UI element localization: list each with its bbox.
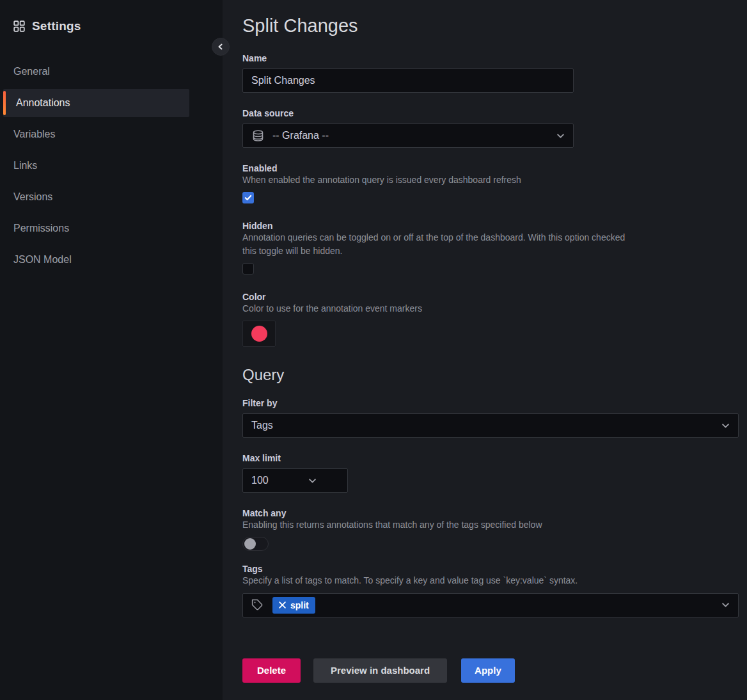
color-label: Color xyxy=(242,292,747,302)
sidebar-item-variables[interactable]: Variables xyxy=(0,120,189,148)
sidebar-item-links[interactable]: Links xyxy=(0,152,189,180)
max-limit-select[interactable]: 100 xyxy=(242,468,348,493)
chevron-left-icon xyxy=(217,44,224,50)
data-source-label: Data source xyxy=(242,108,747,118)
collapse-sidebar-button[interactable] xyxy=(212,38,230,56)
sidebar-item-annotations[interactable]: Annotations xyxy=(3,89,189,117)
checkmark-icon xyxy=(244,194,252,202)
tag-chip-split[interactable]: split xyxy=(272,597,315,614)
toggle-knob xyxy=(244,538,256,550)
filter-by-select[interactable]: Tags xyxy=(242,413,739,438)
max-limit-value: 100 xyxy=(251,475,269,486)
enabled-description: When enabled the annotation query is iss… xyxy=(242,173,747,186)
enabled-label: Enabled xyxy=(242,163,747,173)
match-any-toggle[interactable] xyxy=(242,537,269,551)
data-source-field-group: Data source -- Grafana -- xyxy=(242,108,747,148)
database-icon xyxy=(251,129,265,143)
max-limit-field-group: Max limit 100 xyxy=(242,453,747,493)
name-label: Name xyxy=(242,53,747,63)
sidebar-title: Settings xyxy=(32,19,81,33)
tags-input[interactable]: split xyxy=(242,593,739,617)
annotation-editor: Split Changes Name Data source -- Grafan… xyxy=(223,0,747,700)
tags-label: Tags xyxy=(242,564,747,574)
filter-by-value: Tags xyxy=(251,420,273,431)
chevron-down-icon xyxy=(721,601,730,609)
sidebar-item-versions[interactable]: Versions xyxy=(0,183,189,211)
annotation-color-swatch xyxy=(251,326,267,342)
tags-field-group: Tags Specify a list of tags to match. To… xyxy=(242,564,747,617)
filter-by-field-group: Filter by Tags xyxy=(242,398,747,438)
settings-sidebar: Settings General Annotations Variables L… xyxy=(0,0,223,700)
hidden-field-group: Hidden Annotation queries can be toggled… xyxy=(242,221,747,274)
data-source-value: -- Grafana -- xyxy=(272,130,329,141)
max-limit-label: Max limit xyxy=(242,453,747,463)
sidebar-item-general[interactable]: General xyxy=(0,58,189,86)
sidebar-item-permissions[interactable]: Permissions xyxy=(0,214,189,243)
preview-in-dashboard-button[interactable]: Preview in dashboard xyxy=(313,658,447,683)
hidden-label: Hidden xyxy=(242,221,747,231)
data-source-select[interactable]: -- Grafana -- xyxy=(242,123,574,148)
color-description: Color to use for the annotation event ma… xyxy=(242,302,747,315)
tags-description: Specify a list of tags to match. To spec… xyxy=(242,574,747,587)
page-title: Split Changes xyxy=(242,15,747,36)
delete-button[interactable]: Delete xyxy=(242,658,301,683)
chevron-down-icon xyxy=(721,422,730,430)
remove-tag-icon[interactable] xyxy=(279,601,286,609)
settings-nav: General Annotations Variables Links Vers… xyxy=(0,58,223,274)
color-field-group: Color Color to use for the annotation ev… xyxy=(242,292,747,347)
hidden-checkbox[interactable] xyxy=(242,263,254,274)
enabled-checkbox[interactable] xyxy=(242,192,254,203)
action-buttons: Delete Preview in dashboard Apply xyxy=(242,658,747,683)
sidebar-item-json-model[interactable]: JSON Model xyxy=(0,246,189,274)
query-section-title: Query xyxy=(242,366,747,384)
match-any-field-group: Match any Enabling this returns annotati… xyxy=(242,508,747,551)
apps-grid-icon xyxy=(13,20,25,32)
name-field-group: Name xyxy=(242,53,747,93)
settings-screen: Settings General Annotations Variables L… xyxy=(0,0,747,700)
enabled-field-group: Enabled When enabled the annotation quer… xyxy=(242,163,747,203)
apply-button[interactable]: Apply xyxy=(461,658,515,683)
match-any-label: Match any xyxy=(242,508,747,518)
chevron-down-icon xyxy=(556,132,565,140)
chevron-down-icon xyxy=(308,477,317,485)
match-any-description: Enabling this returns annotations that m… xyxy=(242,518,747,531)
filter-by-label: Filter by xyxy=(242,398,747,408)
name-input[interactable] xyxy=(242,68,574,93)
tag-icon xyxy=(251,599,263,611)
hidden-description: Annotation queries can be toggled on or … xyxy=(242,231,626,257)
tag-chip-label: split xyxy=(290,600,309,610)
color-picker-button[interactable] xyxy=(242,321,276,347)
sidebar-header: Settings xyxy=(0,0,223,33)
